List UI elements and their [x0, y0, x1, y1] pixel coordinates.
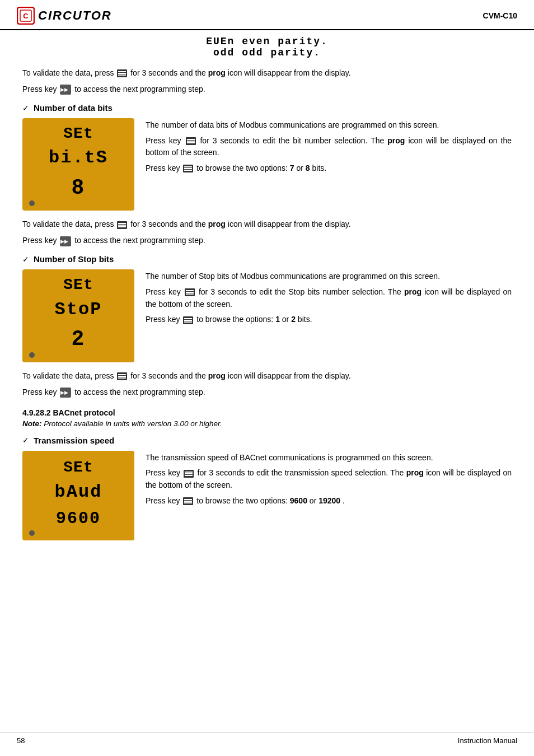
validate-text-3: To validate the data, press: [22, 371, 114, 380]
press-text-1: Press key: [22, 85, 57, 94]
footer-page-number: 58: [17, 736, 25, 745]
stop-bits-desc1: The number of Stop bits of Modbus commun…: [146, 270, 512, 283]
note-text: Protocol available in units with version…: [44, 419, 222, 428]
odd-parity-line: odd odd parity.: [22, 47, 512, 58]
menu-button-icon-sb2: [183, 316, 193, 324]
validate-text-2b: for 3 seconds and the: [130, 220, 206, 228]
data-bits-section: SEt bi.tS 8 The number of data bits of M…: [22, 118, 512, 211]
press-text-2b: to access the next programming step.: [74, 236, 205, 245]
validate-text-2: To validate the data, press: [22, 220, 114, 228]
tr-desc2-pre: Press key: [146, 468, 180, 477]
menu-button-icon-sb1: [185, 288, 195, 296]
db-val2: 8: [306, 164, 310, 172]
arrow-button-icon-3: [60, 388, 71, 398]
validate-para-2: To validate the data, press for 3 second…: [22, 218, 512, 230]
menu-button-icon-db1: [186, 137, 196, 145]
lcd-data-bits-bottom: bi.tS: [49, 146, 108, 170]
stop-bits-heading: ✓ Number of Stop bits: [22, 254, 512, 264]
lcd-stop-bits-dot: [29, 352, 35, 358]
db-desc2-mid: for 3 seconds to edit the bit number sel…: [200, 136, 384, 145]
transmission-heading: ✓ Transmission speed: [22, 436, 512, 445]
stop-bits-desc3: Press key to browse the options: 1 or 2 …: [146, 314, 512, 326]
page-footer: 58 Instruction Manual: [0, 732, 534, 745]
db-desc3-pre: Press key: [146, 164, 180, 172]
sb-desc3-pre: Press key: [146, 315, 180, 324]
db-prog-label: prog: [387, 136, 405, 145]
tr-prog-label: prog: [406, 468, 424, 477]
sb-desc3-mid: to browse the options:: [196, 315, 273, 324]
sb-val2: 2: [291, 315, 296, 324]
transmission-description: The transmission speed of BACnet communi…: [146, 451, 512, 511]
validate-para-3: To validate the data, press for 3 second…: [22, 370, 512, 382]
press-text-2: Press key: [22, 236, 57, 245]
main-content: EUEn even parity. odd odd parity. To val…: [0, 36, 534, 540]
footer-manual-label: Instruction Manual: [458, 736, 517, 745]
data-bits-desc2: Press key for 3 seconds to edit the bit …: [146, 135, 512, 159]
circutor-logo-icon: C: [17, 7, 35, 25]
note-bold: Note:: [22, 419, 42, 428]
sb-desc2-pre: Press key: [146, 287, 181, 296]
lcd-stop-bits-top: SEt: [63, 275, 93, 295]
tr-val2: 19200: [318, 496, 340, 505]
db-or: or: [296, 164, 305, 172]
arrow-button-icon-2: [60, 236, 71, 246]
validate-text-1: To validate the data, press: [22, 68, 114, 77]
menu-button-icon-3: [117, 372, 127, 380]
lcd-stop-bits-value: 2: [72, 325, 86, 353]
db-val1: 7: [290, 164, 294, 172]
svg-text:C: C: [23, 12, 29, 20]
arrow-button-icon-1: [60, 85, 71, 95]
page: C CIRCUTOR CVM-C10 EUEn even parity. odd…: [0, 0, 534, 756]
even-parity-code: EUEn: [206, 36, 235, 47]
lcd-transmission-bottom: bAud: [55, 480, 102, 504]
db-desc2-pre: Press key: [146, 136, 181, 145]
prog-label-2: prog: [208, 220, 226, 228]
menu-button-icon-2: [117, 221, 127, 229]
data-bits-desc3: Press key to browse the two options: 7 o…: [146, 162, 512, 175]
checkmark-stop-bits: ✓: [22, 255, 29, 264]
sb-val1: 1: [275, 315, 280, 324]
stop-bits-description: The number of Stop bits of Modbus commun…: [146, 269, 512, 329]
odd-parity-code: odd: [213, 47, 235, 58]
bacnet-subtitle: 4.9.28.2 BACnet protocol: [22, 408, 512, 417]
tr-desc2-mid: for 3 seconds to edit the transmission s…: [198, 468, 404, 477]
stop-bits-section: SEt StoP 2 The number of Stop bits of Mo…: [22, 269, 512, 362]
lcd-stop-bits-bottom: StoP: [55, 298, 102, 321]
transmission-section: SEt bAud 9600 The transmission speed of …: [22, 451, 512, 540]
validate-text-3c: icon will disappear from the display.: [228, 371, 351, 380]
menu-button-icon-tr2: [183, 497, 193, 505]
data-bits-desc1: The number of data bits of Modbus commun…: [146, 119, 512, 132]
checkmark-transmission: ✓: [22, 436, 29, 445]
data-bits-description: The number of data bits of Modbus commun…: [146, 118, 512, 178]
stop-bits-title: Number of Stop bits: [34, 254, 114, 264]
parity-display: EUEn even parity. odd odd parity.: [22, 36, 512, 58]
lcd-transmission-top: SEt: [63, 458, 93, 478]
db-bits-end: bits.: [312, 164, 327, 172]
lcd-transmission-value: 9600: [56, 508, 101, 530]
lcd-data-bits-top: SEt: [63, 124, 93, 144]
validate-text-2c: icon will disappear from the display.: [228, 220, 351, 228]
lcd-data-bits-value: 8: [72, 174, 86, 202]
logo-text: CIRCUTOR: [38, 8, 112, 23]
db-desc3-mid: to browse the two options:: [196, 164, 288, 172]
validate-para-1: To validate the data, press for 3 second…: [22, 67, 512, 79]
data-bits-lcd: SEt bi.tS 8: [22, 118, 134, 211]
validate-text-3b: for 3 seconds and the: [130, 371, 206, 380]
sb-prog-label: prog: [404, 287, 421, 296]
press-text-3b: to access the next programming step.: [74, 388, 205, 396]
page-header: C CIRCUTOR CVM-C10: [0, 0, 534, 30]
menu-button-icon-tr1: [184, 470, 194, 478]
transmission-desc1: The transmission speed of BACnet communi…: [146, 452, 512, 464]
tr-desc3-pre: Press key: [146, 496, 180, 505]
press-text-1b: to access the next programming step.: [74, 85, 205, 94]
data-bits-heading: ✓ Number of data bits: [22, 103, 512, 113]
press-next-1: Press key to access the next programming…: [22, 83, 512, 95]
press-next-3: Press key to access the next programming…: [22, 386, 512, 398]
validate-text-1c: icon will disappear from the display.: [228, 68, 351, 77]
bacnet-note: Note: Protocol available in units with v…: [22, 419, 512, 428]
lcd-transmission-dot: [29, 530, 35, 536]
validate-text-1b: for 3 seconds and the: [130, 68, 206, 77]
tr-desc3-mid: to browse the two options:: [196, 496, 288, 505]
transmission-title: Transmission speed: [34, 436, 114, 445]
even-parity-text: even parity.: [235, 36, 327, 47]
